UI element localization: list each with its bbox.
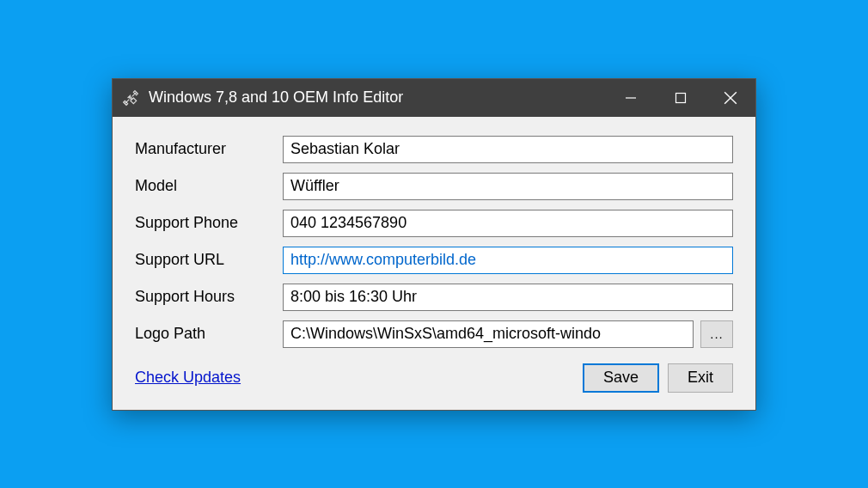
window-title: Windows 7,8 and 10 OEM Info Editor	[149, 88, 606, 107]
titlebar[interactable]: Windows 7,8 and 10 OEM Info Editor	[113, 79, 755, 117]
support-hours-label: Support Hours	[135, 288, 283, 306]
window-controls	[606, 79, 755, 117]
support-url-field[interactable]	[283, 247, 733, 274]
support-url-label: Support URL	[135, 251, 283, 269]
model-field[interactable]	[283, 173, 733, 200]
maximize-button[interactable]	[656, 79, 706, 117]
exit-button[interactable]: Exit	[668, 363, 733, 393]
check-updates-link[interactable]: Check Updates	[135, 369, 241, 387]
browse-button[interactable]: ...	[700, 320, 733, 348]
support-hours-row: Support Hours	[135, 284, 733, 311]
minimize-button[interactable]	[606, 79, 656, 117]
logo-path-field[interactable]	[283, 320, 694, 348]
logo-path-label: Logo Path	[135, 325, 283, 343]
manufacturer-row: Manufacturer	[135, 136, 733, 163]
support-phone-field[interactable]	[283, 210, 733, 237]
manufacturer-label: Manufacturer	[135, 140, 283, 158]
wrench-screwdriver-icon	[121, 88, 140, 107]
close-button[interactable]	[706, 79, 755, 117]
app-window: Windows 7,8 and 10 OEM Info Editor Manuf…	[112, 78, 756, 411]
logo-path-row: Logo Path ...	[135, 320, 733, 348]
support-url-row: Support URL	[135, 247, 733, 274]
form-content: Manufacturer Model Support Phone Support…	[113, 117, 755, 410]
save-button[interactable]: Save	[583, 363, 659, 393]
support-phone-label: Support Phone	[135, 214, 283, 232]
footer: Check Updates Save Exit	[135, 363, 733, 393]
model-row: Model	[135, 173, 733, 200]
model-label: Model	[135, 177, 283, 195]
support-hours-field[interactable]	[283, 284, 733, 311]
svg-rect-1	[676, 93, 686, 102]
manufacturer-field[interactable]	[283, 136, 733, 163]
support-phone-row: Support Phone	[135, 210, 733, 237]
